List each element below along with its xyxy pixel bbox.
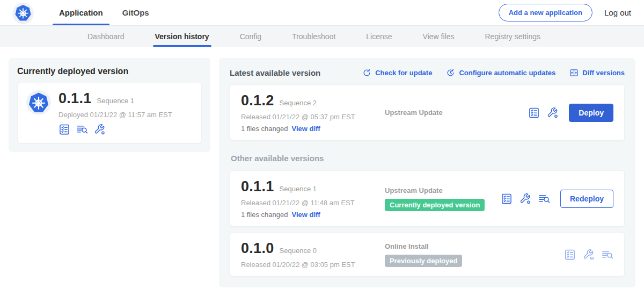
diff-versions-link[interactable]: Diff versions xyxy=(569,68,625,77)
currently-deployed-badge: Currently deployed version xyxy=(385,199,485,211)
deploy-button[interactable]: Deploy xyxy=(569,104,613,122)
view-diff-link[interactable]: View diff xyxy=(291,125,320,133)
tab-application[interactable]: Application xyxy=(49,0,113,25)
subnav-view-files[interactable]: View files xyxy=(423,26,455,47)
app-subnav: Dashboard Version history Config Trouble… xyxy=(0,25,644,47)
subnav-version-history[interactable]: Version history xyxy=(155,26,209,47)
subnav-troubleshoot[interactable]: Troubleshoot xyxy=(292,26,335,47)
refresh-icon xyxy=(362,68,371,77)
panel-actions: Check for update Configure automatic upd… xyxy=(362,68,625,77)
header-right: Add a new application Log out xyxy=(499,4,631,21)
edit-config-icon[interactable] xyxy=(519,193,531,205)
configure-automatic-updates-link[interactable]: Configure automatic updates xyxy=(446,68,555,77)
version-number: 0.1.2 xyxy=(241,92,274,109)
version-history-panel: Latest available version Check for updat… xyxy=(219,58,635,287)
auto-update-icon xyxy=(446,68,455,77)
edit-config-icon[interactable] xyxy=(94,124,106,135)
kubernetes-logo-icon xyxy=(13,3,33,23)
latest-available-title: Latest available version xyxy=(230,68,320,77)
version-row-0-1-0: 0.1.0 Sequence 0 Released 01/20/22 @ 03:… xyxy=(230,232,625,277)
view-diff-link[interactable]: View diff xyxy=(291,211,320,219)
tab-gitops[interactable]: GitOps xyxy=(113,0,159,25)
subnav-config[interactable]: Config xyxy=(240,26,261,47)
released-timestamp: Released 01/20/22 @ 03:05 pm EST xyxy=(241,261,385,269)
version-source-label: Online Install xyxy=(385,242,564,250)
version-source-label: Upstream Update xyxy=(385,109,528,117)
app-header: Application GitOps Add a new application… xyxy=(0,0,644,25)
preflight-checks-icon[interactable] xyxy=(58,124,70,135)
files-changed-label: 1 files changed xyxy=(241,125,288,133)
tab-gitops-label: GitOps xyxy=(122,8,149,17)
version-number: 0.1.0 xyxy=(241,240,274,257)
subnav-dashboard[interactable]: Dashboard xyxy=(87,26,125,47)
add-application-button[interactable]: Add a new application xyxy=(499,4,592,21)
version-row-0-1-1: 0.1.1 Sequence 1 Released 01/21/22 @ 11:… xyxy=(230,170,625,227)
deployed-sequence-label: Sequence 1 xyxy=(97,97,134,105)
deploy-logs-icon[interactable] xyxy=(76,124,88,135)
version-source-label: Upstream Update xyxy=(385,186,501,194)
released-timestamp: Released 01/21/22 @ 05:37 pm EST xyxy=(241,113,385,121)
subnav-license[interactable]: License xyxy=(366,26,392,47)
redeploy-button[interactable]: Redeploy xyxy=(560,190,613,208)
previously-deployed-badge: Previously deployed xyxy=(385,255,462,267)
diff-icon xyxy=(569,68,579,77)
sequence-label: Sequence 2 xyxy=(280,99,317,107)
main-content: Currently deployed version 0.1.1 Sequenc… xyxy=(0,47,644,299)
sequence-label: Sequence 1 xyxy=(280,185,317,193)
files-changed-label: 1 files changed xyxy=(241,211,288,219)
preflight-checks-icon[interactable] xyxy=(564,249,576,261)
deploy-logs-icon[interactable] xyxy=(538,193,550,205)
currently-deployed-version-card: 0.1.1 Sequence 1 Deployed 01/21/22 @ 11:… xyxy=(17,83,202,143)
preflight-checks-icon[interactable] xyxy=(528,107,540,119)
currently-deployed-card: Currently deployed version 0.1.1 Sequenc… xyxy=(9,58,210,152)
app-kubernetes-logo-icon xyxy=(26,90,51,115)
version-row-0-1-2: 0.1.2 Sequence 2 Released 01/21/22 @ 05:… xyxy=(230,84,625,141)
released-timestamp: Released 01/21/22 @ 11:48 am EST xyxy=(241,199,385,207)
edit-config-icon[interactable] xyxy=(547,107,559,119)
deployed-version-number: 0.1.1 xyxy=(58,90,92,107)
preflight-checks-icon[interactable] xyxy=(501,193,513,205)
logout-button[interactable]: Log out xyxy=(604,8,631,17)
version-number: 0.1.1 xyxy=(241,178,274,195)
check-for-update-link[interactable]: Check for update xyxy=(362,68,432,77)
currently-deployed-title: Currently deployed version xyxy=(17,67,202,76)
other-available-title: Other available versions xyxy=(231,154,625,163)
subnav-registry-settings[interactable]: Registry settings xyxy=(485,26,540,47)
sequence-label: Sequence 0 xyxy=(280,247,317,255)
view-config-icon[interactable] xyxy=(583,249,595,261)
tab-application-label: Application xyxy=(59,8,103,17)
deployed-timestamp: Deployed 01/21/22 @ 11:57 am EST xyxy=(58,111,172,119)
header-tabs: Application GitOps xyxy=(49,0,159,25)
deploy-logs-icon[interactable] xyxy=(602,249,613,261)
